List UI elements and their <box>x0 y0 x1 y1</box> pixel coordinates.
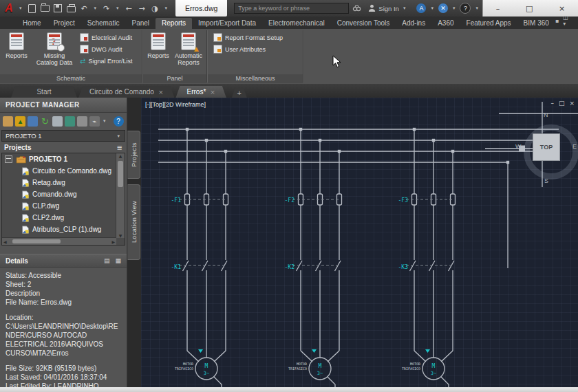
tab-conversion-tools[interactable]: Conversion Tools <box>331 18 396 29</box>
project-manager-title[interactable]: PROJECT MANAGER <box>0 98 127 113</box>
scroll-up-icon[interactable]: ▲ <box>119 153 122 158</box>
pm-help-icon[interactable]: ? <box>114 116 124 127</box>
settings-plug-icon[interactable]: ⌁ <box>89 116 100 127</box>
tab-featured-apps[interactable]: Featured Apps <box>460 18 517 29</box>
tab-reports[interactable]: Reports <box>156 18 192 29</box>
panel-reports-button[interactable]: Reports <box>144 31 172 74</box>
details-preview-icon[interactable]: ▦ <box>115 257 121 264</box>
tab-a360[interactable]: A360 <box>431 18 460 29</box>
toolbar-caret-icon[interactable]: ▾ <box>103 118 106 124</box>
electrical-audit-button[interactable]: Electrical Audit <box>77 32 135 43</box>
sign-in-area[interactable]: Sign In ▾ <box>368 4 407 12</box>
details-doc-icon[interactable]: ▤ <box>104 257 110 264</box>
utilities-icon[interactable] <box>77 116 87 127</box>
scroll-left-icon[interactable]: ◀ <box>3 239 7 244</box>
autocad-logo-icon[interactable]: A <box>0 1 18 16</box>
drawing-canvas[interactable]: [-][Top][2D Wireframe] – □ × <box>141 98 578 387</box>
viewport-controls-label[interactable]: [-][Top][2D Wireframe] <box>145 101 206 108</box>
side-tab-location-view[interactable]: Location View <box>127 184 140 260</box>
refresh-icon[interactable]: ↻ <box>40 116 50 127</box>
tree-file-row[interactable]: Circuito de Comando.dwg <box>2 165 125 177</box>
automatic-reports-button[interactable]: ▲ Automatic Reports <box>172 31 205 74</box>
app-menu-caret-icon[interactable]: ▾ <box>19 6 22 11</box>
compass-west[interactable]: W <box>515 143 522 150</box>
undo-caret-icon[interactable]: ▾ <box>94 6 97 11</box>
plot-icon[interactable] <box>67 4 76 13</box>
close-tab-icon[interactable]: × <box>158 89 164 96</box>
scrollbar-thumb[interactable] <box>118 161 123 187</box>
new-file-icon[interactable] <box>28 4 36 13</box>
plot-publish-icon[interactable] <box>65 116 75 127</box>
redo-icon[interactable]: ↷ <box>102 4 111 13</box>
project-wide-update-icon[interactable] <box>52 116 63 127</box>
contactor-tag[interactable]: -K3 <box>398 264 409 270</box>
tab-electromechanical[interactable]: Electromechanical <box>262 18 331 29</box>
save-icon[interactable] <box>54 4 63 13</box>
tab-add-ins[interactable]: Add-ins <box>396 18 431 29</box>
tree-root-projeto1[interactable]: PROJETO 1 <box>2 153 125 165</box>
new-project-icon[interactable] <box>3 116 13 127</box>
viewcube[interactable]: TOP N W E S <box>515 107 578 188</box>
tree-file-row[interactable]: Retag.dwg <box>2 177 125 188</box>
search-input[interactable] <box>234 3 349 14</box>
dwg-audit-button[interactable]: DWG Audit <box>77 43 135 55</box>
qat-caret-icon[interactable]: ▾ <box>165 6 168 11</box>
motor-branch-circuit-2[interactable] <box>292 128 342 387</box>
file-tab-start[interactable]: Start <box>11 86 77 98</box>
tab-project[interactable]: Project <box>47 18 81 29</box>
motor-branch-circuit-1[interactable] <box>179 128 228 387</box>
forward-icon[interactable]: → <box>138 4 147 13</box>
viewcube-top-face[interactable]: TOP <box>533 133 560 161</box>
tree-file-row[interactable]: CLP2.dwg <box>2 212 125 224</box>
schematic-reports-button[interactable]: Reports <box>1 31 32 74</box>
tab-home[interactable]: Home <box>17 18 47 29</box>
binoculars-search-icon[interactable] <box>352 4 361 13</box>
exchange-apps-icon[interactable]: ✕ <box>438 3 448 13</box>
scrollbar-thumb[interactable] <box>12 239 61 243</box>
ribbon-options-icon[interactable]: ▪ <box>555 18 559 24</box>
a360-icon[interactable]: A <box>416 3 426 13</box>
file-tab-erros[interactable]: Erros* × <box>175 86 226 98</box>
fuse-tag[interactable]: -F1 <box>171 197 182 204</box>
tree-vertical-scrollbar[interactable]: ▲ ▼ <box>116 153 125 238</box>
maximize-button[interactable]: □ <box>526 4 533 13</box>
missing-catalog-data-button[interactable]: ? Missing Catalog Data <box>33 31 76 74</box>
close-tab-icon[interactable]: × <box>210 89 215 96</box>
workspace-icon[interactable]: ◑ <box>151 4 160 13</box>
tree-file-row[interactable]: CLP.dwg <box>2 200 125 212</box>
exchange-caret-icon[interactable]: ▾ <box>453 6 456 11</box>
help-caret-icon[interactable]: ▾ <box>475 6 478 11</box>
a360-caret-icon[interactable]: ▾ <box>431 6 434 11</box>
tab-panel[interactable]: Panel <box>126 18 156 29</box>
contactor-tag[interactable]: -K1 <box>171 264 182 270</box>
fuse-tag[interactable]: -F2 <box>285 197 295 204</box>
motor-branch-circuit-3[interactable] <box>406 128 456 387</box>
file-tab-circuito-de-comando[interactable]: Circuito de Comando × <box>78 86 174 98</box>
schematic-panel-label[interactable]: Schematic <box>0 74 142 83</box>
tab-import-export[interactable]: Import/Export Data <box>192 18 262 29</box>
project-file-icon[interactable] <box>28 116 38 127</box>
contactor-tag[interactable]: -K2 <box>285 264 295 270</box>
list-menu-icon[interactable]: ≡ <box>117 144 122 151</box>
back-icon[interactable]: ← <box>125 4 133 13</box>
redo-caret-icon[interactable]: ▾ <box>116 6 119 11</box>
drawing-close-icon[interactable]: × <box>569 100 575 107</box>
ribbon-collapse-icon[interactable]: ◫ ▾ <box>563 14 572 27</box>
compass-north[interactable]: N <box>544 111 548 118</box>
close-button[interactable]: × <box>559 4 565 13</box>
new-drawing-tab-button[interactable]: + <box>232 87 247 98</box>
fuse-tag[interactable]: -F3 <box>398 197 409 204</box>
minimize-button[interactable]: – <box>496 4 500 13</box>
tree-file-row[interactable]: Comando.dwg <box>2 188 125 200</box>
signal-error-list-button[interactable]: ⇄ Signal Error/List <box>77 55 135 67</box>
scroll-right-icon[interactable]: ▶ <box>111 239 115 244</box>
side-tab-projects[interactable]: Projects <box>127 131 140 179</box>
user-attributes-button[interactable]: User Attributes <box>211 43 286 55</box>
report-format-setup-button[interactable]: Report Format Setup <box>211 32 286 43</box>
details-section-header[interactable]: Details ▤ ▦ <box>0 254 127 268</box>
drawing-restore-icon[interactable]: □ <box>559 100 565 107</box>
tree-horizontal-scrollbar[interactable]: ◀ ▶ <box>2 237 116 245</box>
compass-south[interactable]: S <box>544 177 548 184</box>
drawing-minimize-icon[interactable]: – <box>550 100 554 107</box>
tab-schematic[interactable]: Schematic <box>81 18 126 29</box>
